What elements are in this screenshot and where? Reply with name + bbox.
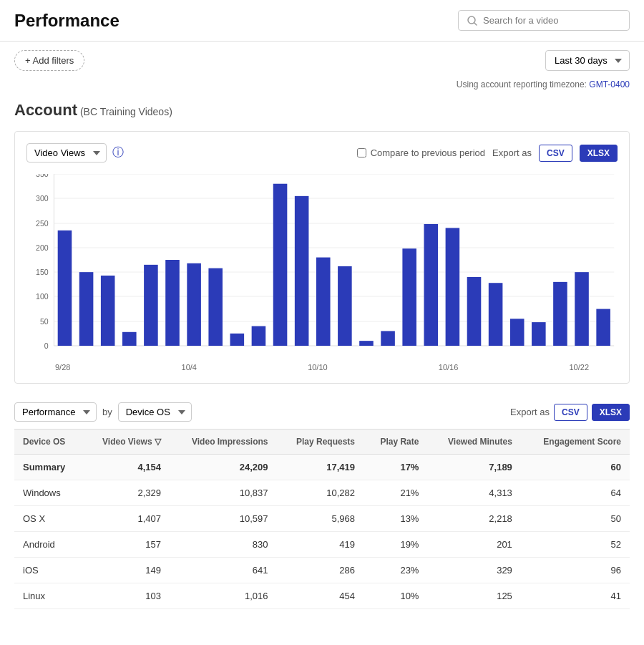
svg-rect-42 <box>553 282 567 346</box>
bar-chart: 0 50 100 150 200 250 300 350 <box>26 174 618 360</box>
info-icon[interactable]: ⓘ <box>112 145 124 160</box>
cell-device_os: Linux <box>14 583 83 609</box>
chart-xlsx-button[interactable]: XLSX <box>580 145 618 162</box>
export-label: Export as <box>492 147 532 158</box>
cell-video_impressions: 10,597 <box>170 506 277 532</box>
cell-play_requests: 454 <box>276 583 364 609</box>
metric-select[interactable]: Video Views <box>26 143 107 163</box>
svg-rect-41 <box>532 322 546 346</box>
svg-rect-44 <box>596 309 610 346</box>
cell-video_impressions: 641 <box>170 558 277 583</box>
cell-play_requests: 10,282 <box>276 480 364 506</box>
search-box[interactable] <box>458 10 630 31</box>
group-by-select[interactable]: Device OS <box>118 402 192 422</box>
cell-play_requests: 5,968 <box>276 506 364 532</box>
summary-cell-device_os: Summary <box>14 455 83 480</box>
svg-rect-30 <box>295 196 309 346</box>
svg-rect-43 <box>575 272 589 346</box>
search-icon <box>467 16 477 26</box>
chart-right-controls: Compare to previous period Export as CSV… <box>357 145 618 162</box>
table-export-label: Export as <box>510 407 550 417</box>
header: Performance <box>0 0 644 42</box>
compare-checkbox-label[interactable]: Compare to previous period <box>357 147 485 158</box>
table-csv-button[interactable]: CSV <box>554 404 587 421</box>
table-header-row: Device OS Video Views ▽ Video Impression… <box>14 430 630 455</box>
svg-rect-36 <box>424 224 439 346</box>
add-filters-button[interactable]: + Add filters <box>14 50 84 71</box>
svg-text:350: 350 <box>36 174 49 178</box>
svg-line-1 <box>474 23 477 25</box>
cell-viewed_minutes: 4,313 <box>427 480 520 506</box>
summary-cell-play_rate: 17% <box>364 455 427 480</box>
table-xlsx-button[interactable]: XLSX <box>592 404 630 421</box>
svg-rect-19 <box>58 231 72 346</box>
cell-viewed_minutes: 2,218 <box>427 506 520 532</box>
table-header: Device OS Video Views ▽ Video Impression… <box>14 430 630 455</box>
cell-play_rate: 23% <box>364 558 427 583</box>
summary-cell-viewed_minutes: 7,189 <box>427 455 520 480</box>
cell-video_views: 103 <box>83 583 170 609</box>
cell-video_impressions: 830 <box>170 532 277 558</box>
chart-csv-button[interactable]: CSV <box>539 145 572 162</box>
svg-rect-27 <box>230 334 245 346</box>
col-video-impressions: Video Impressions <box>170 430 277 455</box>
cell-viewed_minutes: 125 <box>427 583 520 609</box>
table-row: Android15783041919%20152 <box>14 532 630 558</box>
svg-rect-38 <box>467 277 482 346</box>
svg-text:0: 0 <box>44 341 49 350</box>
cell-play_rate: 10% <box>364 583 427 609</box>
cell-engagement_score: 50 <box>521 506 630 532</box>
timezone-link[interactable]: GMT-0400 <box>589 79 630 89</box>
cell-device_os: OS X <box>14 506 83 532</box>
by-label: by <box>102 407 112 417</box>
x-axis-label: 10/4 <box>182 363 197 372</box>
account-sub: (BC Training Videos) <box>80 106 172 117</box>
account-heading: Account <box>14 101 77 119</box>
svg-rect-25 <box>187 263 201 346</box>
x-axis-label: 10/10 <box>308 363 328 372</box>
col-engagement-score: Engagement Score <box>521 430 630 455</box>
cell-viewed_minutes: 201 <box>427 532 520 558</box>
table-row: Linux1031,01645410%12541 <box>14 583 630 609</box>
x-axis-label: 9/28 <box>55 363 70 372</box>
cell-engagement_score: 41 <box>521 583 630 609</box>
cell-video_impressions: 10,837 <box>170 480 277 506</box>
svg-rect-33 <box>359 341 374 346</box>
col-viewed-minutes: Viewed Minutes <box>427 430 520 455</box>
svg-rect-35 <box>402 248 416 346</box>
cell-device_os: iOS <box>14 558 83 583</box>
page-title: Performance <box>14 11 119 31</box>
performance-select[interactable]: Performance <box>14 402 97 422</box>
x-axis-labels: 9/2810/410/1010/1610/22 <box>26 360 618 372</box>
svg-rect-28 <box>252 326 266 346</box>
summary-cell-engagement_score: 60 <box>521 455 630 480</box>
cell-play_rate: 21% <box>364 480 427 506</box>
table-body: Summary4,15424,20917,41917%7,18960Window… <box>14 455 630 609</box>
cell-video_impressions: 1,016 <box>170 583 277 609</box>
cell-play_requests: 286 <box>276 558 364 583</box>
col-video-views: Video Views ▽ <box>83 430 170 455</box>
summary-cell-play_requests: 17,419 <box>276 455 364 480</box>
date-range-select[interactable]: Last 7 days Last 30 days Last 90 days Cu… <box>545 50 630 71</box>
data-table: Device OS Video Views ▽ Video Impression… <box>14 429 630 609</box>
svg-text:50: 50 <box>40 317 49 326</box>
svg-rect-32 <box>338 266 352 346</box>
filters-bar: + Add filters Last 7 days Last 30 days L… <box>0 42 644 79</box>
svg-rect-31 <box>316 258 331 346</box>
col-play-requests: Play Requests <box>276 430 364 455</box>
search-input[interactable] <box>483 15 620 26</box>
svg-rect-23 <box>144 265 158 346</box>
cell-video_views: 157 <box>83 532 170 558</box>
cell-play_rate: 19% <box>364 532 427 558</box>
chart-card: Video Views ⓘ Compare to previous period… <box>14 131 630 384</box>
chart-controls: Video Views ⓘ Compare to previous period… <box>26 143 618 163</box>
svg-rect-21 <box>101 276 115 346</box>
x-axis-label: 10/16 <box>439 363 459 372</box>
timezone-note: Using account reporting timezone: GMT-04… <box>0 79 644 95</box>
svg-rect-26 <box>208 268 223 346</box>
cell-video_views: 2,329 <box>83 480 170 506</box>
cell-video_views: 1,407 <box>83 506 170 532</box>
compare-checkbox[interactable] <box>357 148 366 157</box>
svg-rect-24 <box>165 260 180 346</box>
cell-engagement_score: 64 <box>521 480 630 506</box>
